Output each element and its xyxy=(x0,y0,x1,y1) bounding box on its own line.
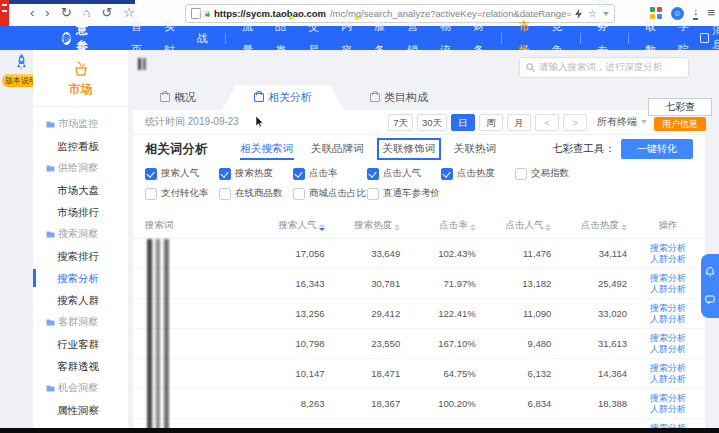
value-cell: 10,798 xyxy=(253,329,329,359)
checkbox-icon[interactable] xyxy=(219,168,231,180)
filter-商城点击占比[interactable]: 商城点击占比 xyxy=(293,187,367,200)
metric-filters: 搜索人气搜索热度点击率点击人气点击热度交易指数 支付转化率在线商品数商城点击占比… xyxy=(133,163,705,209)
sort-icon[interactable] xyxy=(470,224,476,231)
messages-button[interactable]: 消息 xyxy=(700,24,719,52)
sort-icon[interactable] xyxy=(319,224,325,231)
sidebar-item-属性洞察[interactable]: 属性洞察 xyxy=(33,399,128,421)
date-button-月[interactable]: 月 xyxy=(507,114,531,131)
action-link-人群分析[interactable]: 人群分析 xyxy=(635,404,701,415)
sidebar-item-市场大盘[interactable]: 市场大盘 xyxy=(33,179,128,201)
filter-点击人气[interactable]: 点击人气 xyxy=(367,167,441,180)
column-header-点击率[interactable]: 点击率 xyxy=(404,213,480,239)
terminal-filter[interactable]: 所有终端 xyxy=(597,115,647,129)
sidebar-title: 市场 xyxy=(33,81,128,98)
filter-支付转化率[interactable]: 支付转化率 xyxy=(145,187,219,200)
table-row: 8,26318,367100.20%6,83418,388搜索分析人群分析 xyxy=(133,389,705,419)
actions-cell: 搜索分析人群分析 xyxy=(631,239,705,269)
action-link-搜索分析[interactable]: 搜索分析 xyxy=(635,243,701,254)
checkbox-icon[interactable] xyxy=(367,188,379,200)
checkbox-icon[interactable] xyxy=(515,168,527,180)
column-header-点击人气[interactable]: 点击人气 xyxy=(480,213,556,239)
filter-row-2: 支付转化率在线商品数商城点击占比直通车参考价 xyxy=(145,187,693,200)
action-link-人群分析[interactable]: 人群分析 xyxy=(635,344,701,355)
subtab-关联品牌词[interactable]: 关联品牌词 xyxy=(306,138,369,160)
tab-类目构成[interactable]: 类目构成 xyxy=(344,85,454,110)
sort-icon[interactable] xyxy=(394,224,400,231)
date-button->[interactable]: > xyxy=(563,114,587,131)
date-button-30天[interactable]: 30天 xyxy=(417,114,447,131)
filter-点击率[interactable]: 点击率 xyxy=(293,167,367,180)
action-link-人群分析[interactable]: 人群分析 xyxy=(635,254,701,265)
browser-tab-edge[interactable] xyxy=(0,0,9,26)
value-cell: 13,256 xyxy=(253,299,329,329)
history-icon[interactable]: ↺ xyxy=(101,3,112,23)
filter-直通车参考价[interactable]: 直通车参考价 xyxy=(367,187,441,200)
date-button-<[interactable]: < xyxy=(535,114,559,131)
subtab-关联修饰词[interactable]: 关联修饰词 xyxy=(377,138,442,160)
sidebar-item-行业客群[interactable]: 行业客群 xyxy=(33,333,128,355)
date-button-周[interactable]: 周 xyxy=(479,114,503,131)
date-button-日[interactable]: 日 xyxy=(451,114,475,131)
sort-icon[interactable] xyxy=(621,224,627,231)
browser-menu-icon[interactable]: ≡ xyxy=(707,5,715,21)
filter-row-1: 搜索人气搜索热度点击率点击人气点击热度交易指数 xyxy=(145,167,693,180)
rocket-icon[interactable] xyxy=(14,54,29,72)
tab-lock-icon xyxy=(254,93,264,102)
sort-icon[interactable] xyxy=(545,224,551,231)
back-icon[interactable]: ‹ xyxy=(30,3,34,23)
action-link-人群分析[interactable]: 人群分析 xyxy=(635,374,701,385)
checkbox-icon[interactable] xyxy=(367,168,379,180)
sidebar-item-搜索人群[interactable]: 搜索人群 xyxy=(33,289,128,311)
value-cell: 102.43% xyxy=(404,239,480,269)
checkbox-icon[interactable] xyxy=(441,168,453,180)
checkbox-icon[interactable] xyxy=(293,188,305,200)
subtab-关联热词[interactable]: 关联热词 xyxy=(449,138,501,160)
sidebar-item-监控看板[interactable]: 监控看板 xyxy=(33,135,128,157)
sidebar-item-搜索洞察: 搜索洞察 xyxy=(33,223,128,245)
checkbox-icon[interactable] xyxy=(145,188,157,200)
column-header-搜索热度[interactable]: 搜索热度 xyxy=(329,213,405,239)
one-key-convert-button[interactable]: 一键转化 xyxy=(621,139,693,159)
column-header-点击热度[interactable]: 点击热度 xyxy=(555,213,631,239)
mouse-cursor-icon xyxy=(255,116,264,128)
nav-badge-dot xyxy=(355,16,359,20)
date-button-7天[interactable]: 7天 xyxy=(388,114,413,131)
filter-搜索热度[interactable]: 搜索热度 xyxy=(219,167,293,180)
subtab-相关搜索词[interactable]: 相关搜索词 xyxy=(236,138,299,160)
actions-cell: 搜索分析人群分析 xyxy=(631,269,705,299)
action-link-搜索分析[interactable]: 搜索分析 xyxy=(635,363,701,374)
checkbox-icon[interactable] xyxy=(219,188,231,200)
checkbox-icon[interactable] xyxy=(145,168,157,180)
value-cell: 167.10% xyxy=(404,329,480,359)
checkbox-icon[interactable] xyxy=(293,168,305,180)
content-panel: 统计时间 2019-09-23 7天30天日周月<> 所有终端 相关词分析 相关… xyxy=(133,110,705,433)
value-cell: 100.20% xyxy=(404,389,480,419)
action-link-人群分析[interactable]: 人群分析 xyxy=(635,284,701,295)
action-link-搜索分析[interactable]: 搜索分析 xyxy=(635,393,701,404)
user-info-button[interactable]: 用户信息 xyxy=(654,117,706,131)
filter-交易指数[interactable]: 交易指数 xyxy=(515,167,589,180)
filter-在线商品数[interactable]: 在线商品数 xyxy=(219,187,293,200)
qicai-cha-button[interactable]: 七彩查 xyxy=(648,98,712,116)
sidebar-item-搜索分析[interactable]: 搜索分析 xyxy=(33,267,128,289)
tab-相关分析[interactable]: 相关分析 xyxy=(222,85,344,110)
action-link-搜索分析[interactable]: 搜索分析 xyxy=(635,333,701,344)
sidebar-item-市场排行[interactable]: 市场排行 xyxy=(33,201,128,223)
terminal-filter-label: 所有终端 xyxy=(597,115,637,129)
section-row: 相关词分析 相关搜索词关联品牌词关联修饰词关联热词 七彩查工具： 一键转化 xyxy=(133,134,705,163)
sidebar-item-客群透视[interactable]: 客群透视 xyxy=(33,355,128,377)
filter-搜索人气[interactable]: 搜索人气 xyxy=(145,167,219,180)
keyword-search-input[interactable]: 请输入搜索词，进行深度分析 xyxy=(519,57,689,78)
sidebar-item-搜索排行[interactable]: 搜索排行 xyxy=(33,245,128,267)
action-link-搜索分析[interactable]: 搜索分析 xyxy=(635,303,701,314)
filter-点击热度[interactable]: 点击热度 xyxy=(441,167,515,180)
value-cell: 17,056 xyxy=(253,239,329,269)
tab-概况[interactable]: 概况 xyxy=(134,85,222,110)
action-link-人群分析[interactable]: 人群分析 xyxy=(635,314,701,325)
chat-icon[interactable] xyxy=(705,295,715,305)
side-helper-widget[interactable] xyxy=(701,254,719,318)
forward-icon[interactable]: › xyxy=(45,3,49,23)
action-link-搜索分析[interactable]: 搜索分析 xyxy=(635,273,701,284)
column-header-搜索人气[interactable]: 搜索人气 xyxy=(253,213,329,239)
bell-icon[interactable] xyxy=(705,267,715,277)
